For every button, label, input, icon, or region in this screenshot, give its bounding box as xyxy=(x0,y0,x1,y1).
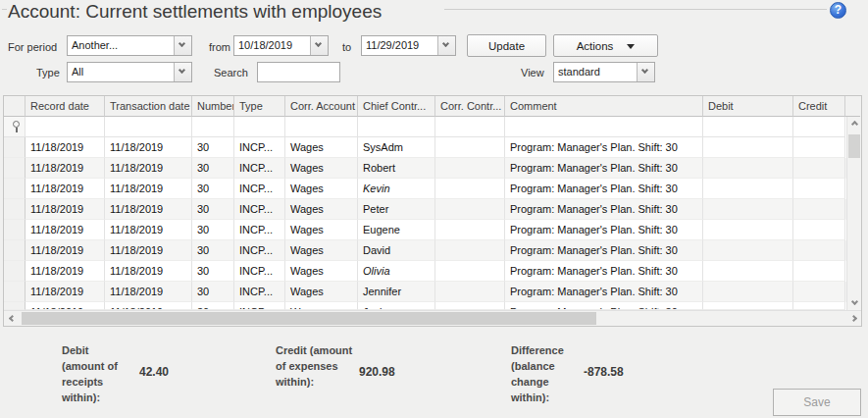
table-cell-corr_contractor[interactable] xyxy=(435,199,505,220)
scroll-right-icon[interactable] xyxy=(845,311,861,326)
table-cell-transaction_date[interactable]: 11/18/2019 xyxy=(105,282,192,302)
table-cell-type[interactable]: INCP... xyxy=(234,261,285,282)
column-header[interactable]: Comment xyxy=(505,96,703,117)
table-cell-credit[interactable] xyxy=(793,179,845,199)
table-cell-number[interactable]: 30 xyxy=(192,179,234,199)
table-cell-record_date[interactable]: 11/18/2019 xyxy=(26,302,105,310)
table-cell-record_date[interactable]: 11/18/2019 xyxy=(26,137,105,158)
row-indicator[interactable] xyxy=(4,240,26,261)
table-cell-record_date[interactable]: 11/18/2019 xyxy=(26,240,105,261)
table-cell-chief_contractor[interactable]: David xyxy=(358,240,435,261)
horizontal-scrollbar-thumb[interactable] xyxy=(22,312,596,325)
table-cell-chief_contractor[interactable]: Robert xyxy=(358,158,435,179)
chevron-down-icon[interactable] xyxy=(437,36,455,55)
table-cell-number[interactable]: 30 xyxy=(192,302,234,310)
table-cell-transaction_date[interactable]: 11/18/2019 xyxy=(105,137,192,158)
table-cell-comment[interactable]: Program: Manager's Plan. Shift: 30 xyxy=(505,199,703,220)
vertical-scrollbar-thumb[interactable] xyxy=(848,134,860,158)
row-indicator[interactable] xyxy=(4,179,26,199)
table-cell-comment[interactable]: Program: Manager's Plan. Shift: 30 xyxy=(505,137,703,158)
table-cell-chief_contractor[interactable]: SysAdm xyxy=(358,137,435,158)
to-date-select[interactable]: 11/29/2019 xyxy=(361,35,456,56)
filter-cell[interactable] xyxy=(192,117,234,137)
table-cell-type[interactable]: INCP... xyxy=(234,220,285,240)
column-header[interactable]: Transaction date xyxy=(105,96,192,117)
table-row[interactable]: 11/18/201911/18/201930INCP...WagesEugene… xyxy=(4,220,861,240)
vertical-scrollbar[interactable] xyxy=(846,117,861,310)
table-cell-comment[interactable]: Program: Manager's Plan. Shift: 30 xyxy=(505,282,703,302)
table-cell-chief_contractor[interactable]: Eugene xyxy=(358,220,435,240)
table-cell-number[interactable]: 30 xyxy=(192,137,234,158)
table-cell-record_date[interactable]: 11/18/2019 xyxy=(26,220,105,240)
table-cell-corr_account[interactable]: Wages xyxy=(285,158,358,179)
table-row[interactable]: 11/18/201911/18/201930INCP...WagesOlivia… xyxy=(4,261,861,282)
from-date-select[interactable]: 10/18/2019 xyxy=(233,35,329,56)
table-cell-transaction_date[interactable]: 11/18/2019 xyxy=(105,220,192,240)
table-cell-debit[interactable] xyxy=(703,282,793,302)
type-select[interactable]: All xyxy=(67,62,192,82)
filter-cell[interactable] xyxy=(793,117,845,137)
filter-cell[interactable] xyxy=(703,117,793,137)
table-cell-chief_contractor[interactable]: Kevin xyxy=(358,179,435,199)
table-cell-corr_account[interactable]: Wages xyxy=(285,137,358,158)
column-header[interactable]: Type xyxy=(234,96,285,117)
table-cell-corr_contractor[interactable] xyxy=(435,282,505,302)
scroll-down-icon[interactable] xyxy=(847,294,862,310)
table-cell-corr_account[interactable]: Wages xyxy=(285,199,358,220)
filter-row-indicator[interactable] xyxy=(4,117,26,137)
save-button[interactable]: Save xyxy=(773,389,861,416)
table-cell-comment[interactable]: Program: Manager's Plan. Shift: 30 xyxy=(505,240,703,261)
table-cell-credit[interactable] xyxy=(793,261,845,282)
update-button[interactable]: Update xyxy=(467,34,546,57)
table-cell-corr_account[interactable]: Wages xyxy=(285,179,358,199)
table-cell-credit[interactable] xyxy=(793,220,845,240)
table-cell-transaction_date[interactable]: 11/18/2019 xyxy=(105,302,192,310)
table-row[interactable]: 11/18/201911/18/201930INCP...WagesJackPr… xyxy=(4,302,861,310)
column-header[interactable]: Corr. Contr... xyxy=(435,96,505,117)
table-cell-credit[interactable] xyxy=(793,137,845,158)
table-cell-credit[interactable] xyxy=(793,158,845,179)
filter-cell[interactable] xyxy=(105,117,192,137)
scroll-up-icon[interactable] xyxy=(847,117,862,132)
table-cell-debit[interactable] xyxy=(703,199,793,220)
table-cell-debit[interactable] xyxy=(703,158,793,179)
table-row[interactable]: 11/18/201911/18/201930INCP...WagesJennif… xyxy=(4,282,861,302)
filter-cell[interactable] xyxy=(234,117,285,137)
table-cell-corr_contractor[interactable] xyxy=(435,137,505,158)
table-cell-corr_contractor[interactable] xyxy=(435,261,505,282)
table-cell-corr_account[interactable]: Wages xyxy=(285,302,358,310)
row-indicator[interactable] xyxy=(4,282,26,302)
view-select[interactable]: standard xyxy=(553,62,655,82)
row-indicator[interactable] xyxy=(4,220,26,240)
table-cell-comment[interactable]: Program: Manager's Plan. Shift: 30 xyxy=(505,179,703,199)
search-input[interactable] xyxy=(257,62,340,82)
period-select[interactable]: Another... xyxy=(67,35,192,56)
row-indicator[interactable] xyxy=(4,261,26,282)
table-row[interactable]: 11/18/201911/18/201930INCP...WagesPeterP… xyxy=(4,199,861,220)
table-cell-chief_contractor[interactable]: Jennifer xyxy=(358,282,435,302)
table-cell-debit[interactable] xyxy=(703,137,793,158)
table-cell-number[interactable]: 30 xyxy=(192,261,234,282)
table-cell-type[interactable]: INCP... xyxy=(234,199,285,220)
table-cell-debit[interactable] xyxy=(703,261,793,282)
chevron-down-icon[interactable] xyxy=(637,63,654,81)
table-cell-credit[interactable] xyxy=(793,282,845,302)
table-cell-corr_account[interactable]: Wages xyxy=(285,261,358,282)
table-cell-corr_account[interactable]: Wages xyxy=(285,240,358,261)
column-header[interactable]: Record date xyxy=(26,96,105,117)
column-header[interactable]: Credit xyxy=(793,96,845,117)
table-row[interactable]: 11/18/201911/18/201930INCP...WagesKevinP… xyxy=(4,179,861,199)
table-cell-record_date[interactable]: 11/18/2019 xyxy=(26,158,105,179)
table-cell-number[interactable]: 30 xyxy=(192,240,234,261)
table-cell-number[interactable]: 30 xyxy=(192,282,234,302)
table-cell-comment[interactable]: Program: Manager's Plan. Shift: 30 xyxy=(505,158,703,179)
actions-button[interactable]: Actions xyxy=(553,34,658,57)
table-cell-corr_account[interactable]: Wages xyxy=(285,282,358,302)
table-cell-chief_contractor[interactable]: Jack xyxy=(358,302,435,310)
table-cell-type[interactable]: INCP... xyxy=(234,240,285,261)
filter-cell[interactable] xyxy=(26,117,105,137)
table-cell-credit[interactable] xyxy=(793,302,845,310)
table-cell-credit[interactable] xyxy=(793,240,845,261)
table-cell-type[interactable]: INCP... xyxy=(234,282,285,302)
table-cell-comment[interactable]: Program: Manager's Plan. Shift: 30 xyxy=(505,261,703,282)
